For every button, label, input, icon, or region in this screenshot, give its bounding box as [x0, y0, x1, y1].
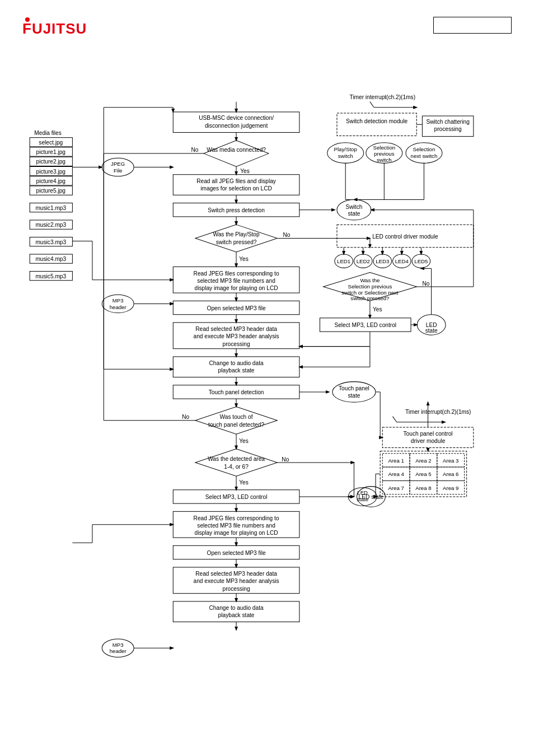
- svg-text:Yes: Yes: [239, 256, 249, 262]
- svg-text:Was the Play/Stop: Was the Play/Stop: [213, 231, 260, 237]
- svg-text:LED2: LED2: [357, 258, 370, 264]
- svg-text:LED4: LED4: [395, 258, 409, 264]
- svg-text:Area 2: Area 2: [415, 458, 431, 464]
- svg-text:picture1.jpg: picture1.jpg: [36, 149, 66, 155]
- svg-text:Was the: Was the: [360, 277, 380, 283]
- svg-text:Area 9: Area 9: [443, 485, 458, 491]
- svg-text:select.jpg: select.jpg: [39, 139, 63, 146]
- svg-point-57: [337, 199, 371, 220]
- svg-text:header: header: [110, 304, 127, 310]
- svg-text:Area 3: Area 3: [443, 458, 458, 464]
- svg-text:state: state: [348, 393, 360, 399]
- svg-text:LED control driver module: LED control driver module: [372, 234, 438, 240]
- svg-text:switch pressed?: switch pressed?: [350, 295, 389, 301]
- svg-text:music4.mp3: music4.mp3: [35, 256, 66, 262]
- svg-text:Selection previous: Selection previous: [348, 283, 392, 290]
- svg-text:playback state: playback state: [218, 367, 255, 374]
- svg-marker-105: [195, 449, 277, 477]
- svg-text:selected MP3 file numbers and: selected MP3 file numbers and: [197, 278, 275, 284]
- svg-text:Play/Stop: Play/Stop: [334, 146, 357, 152]
- svg-text:header: header: [110, 648, 127, 654]
- svg-text:No: No: [191, 147, 198, 153]
- svg-text:No: No: [282, 456, 289, 463]
- svg-text:JPEG: JPEG: [111, 161, 125, 167]
- top-right-box: [433, 17, 512, 34]
- svg-text:Area 8: Area 8: [415, 485, 431, 491]
- svg-text:Open selected MP3 file: Open selected MP3 file: [207, 305, 266, 311]
- svg-text:switch: switch: [377, 157, 392, 163]
- svg-text:processing: processing: [223, 341, 250, 347]
- svg-text:Read all JPEG files and displa: Read all JPEG files and display: [196, 178, 277, 184]
- svg-text:Switch: Switch: [345, 204, 362, 210]
- svg-text:state: state: [348, 211, 360, 217]
- svg-text:USB-MSC device connection/: USB-MSC device connection/: [199, 115, 274, 121]
- svg-text:Change to audio data: Change to audio data: [209, 360, 264, 366]
- svg-text:Area 5: Area 5: [415, 471, 431, 477]
- svg-text:File: File: [114, 167, 123, 174]
- svg-text:picture4.jpg: picture4.jpg: [36, 178, 66, 184]
- svg-text:Yes: Yes: [239, 479, 249, 486]
- svg-text:FUJITSU: FUJITSU: [22, 20, 87, 36]
- svg-text:playback state: playback state: [218, 612, 255, 618]
- svg-text:LED1: LED1: [337, 258, 350, 264]
- svg-text:selected MP3 file numbers and: selected MP3 file numbers and: [197, 522, 275, 529]
- svg-text:Open selected MP3 file: Open selected MP3 file: [207, 550, 266, 556]
- svg-rect-141: [337, 113, 416, 136]
- svg-text:display image for playing on L: display image for playing on LCD: [195, 530, 278, 536]
- svg-text:Selection: Selection: [373, 144, 395, 151]
- svg-text:Area 1: Area 1: [388, 458, 404, 464]
- media-files-label: Media files: [34, 130, 62, 136]
- svg-text:Area 4: Area 4: [388, 471, 404, 477]
- svg-text:Area 7: Area 7: [388, 485, 404, 491]
- svg-text:LED3: LED3: [376, 258, 389, 264]
- svg-text:Was touch of: Was touch of: [220, 414, 253, 420]
- svg-text:No: No: [182, 414, 189, 420]
- svg-text:Switch detection module: Switch detection module: [346, 118, 407, 124]
- svg-text:music5.mp3: music5.mp3: [35, 273, 66, 279]
- svg-text:No: No: [283, 232, 290, 238]
- svg-text:Area 6: Area 6: [443, 471, 458, 477]
- svg-text:Yes: Yes: [373, 306, 382, 312]
- svg-text:music2.mp3: music2.mp3: [35, 222, 66, 228]
- svg-text:touch panel detected?: touch panel detected?: [208, 422, 264, 428]
- svg-text:Switch chattering: Switch chattering: [426, 119, 469, 125]
- svg-text:Change to audio data: Change to audio data: [209, 605, 264, 611]
- svg-text:switch pressed?: switch pressed?: [216, 239, 257, 245]
- svg-text:processing: processing: [223, 586, 250, 592]
- svg-text:disconnection judgement: disconnection judgement: [205, 123, 268, 129]
- svg-text:Select MP3, LED control: Select MP3, LED control: [205, 494, 268, 500]
- svg-text:Selection: Selection: [413, 146, 435, 152]
- svg-text:and execute MP3 header analysi: and execute MP3 header analysis: [194, 333, 279, 339]
- svg-text:Was the detected area: Was the detected area: [208, 456, 265, 462]
- svg-text:Switch press detection: Switch press detection: [208, 207, 265, 213]
- svg-text:Read JPEG files corresponding : Read JPEG files corresponding to: [194, 270, 279, 277]
- svg-text:Touch panel control: Touch panel control: [404, 431, 453, 437]
- svg-text:music3.mp3: music3.mp3: [35, 239, 66, 245]
- svg-text:driver module: driver module: [411, 438, 446, 444]
- svg-text:state: state: [357, 496, 368, 502]
- svg-text:No: No: [422, 281, 429, 287]
- svg-text:LED5: LED5: [414, 258, 428, 264]
- svg-text:Read JPEG files corresponding : Read JPEG files corresponding to: [194, 515, 279, 521]
- svg-marker-95: [195, 407, 277, 434]
- flowchart-svg: Media files select.jpg picture1.jpg pict…: [17, 45, 521, 745]
- svg-text:Read selected MP3 header data: Read selected MP3 header data: [195, 571, 277, 577]
- svg-text:music1.mp3: music1.mp3: [35, 205, 66, 211]
- svg-text:Timer interrupt(ch.2)(1ms): Timer interrupt(ch.2)(1ms): [349, 94, 415, 100]
- svg-line-204: [393, 417, 397, 422]
- svg-text:next switch: next switch: [411, 153, 438, 159]
- svg-text:Yes: Yes: [240, 168, 250, 174]
- svg-text:Touch panel: Touch panel: [339, 385, 369, 391]
- svg-text:1-4, or 6?: 1-4, or 6?: [224, 464, 249, 470]
- svg-text:Timer interrupt(ch.2)(1ms): Timer interrupt(ch.2)(1ms): [405, 409, 471, 415]
- svg-text:LED: LED: [357, 489, 368, 496]
- svg-text:previous: previous: [374, 151, 395, 157]
- svg-text:MP3: MP3: [113, 642, 124, 648]
- svg-text:picture2.jpg: picture2.jpg: [36, 158, 66, 165]
- svg-marker-42: [204, 141, 269, 167]
- svg-text:display image for playing on L: display image for playing on LCD: [195, 285, 278, 291]
- svg-text:picture5.jpg: picture5.jpg: [36, 188, 66, 194]
- svg-text:switch: switch: [338, 153, 353, 159]
- svg-text:state: state: [425, 328, 438, 334]
- svg-text:images for selection on LCD: images for selection on LCD: [200, 185, 272, 192]
